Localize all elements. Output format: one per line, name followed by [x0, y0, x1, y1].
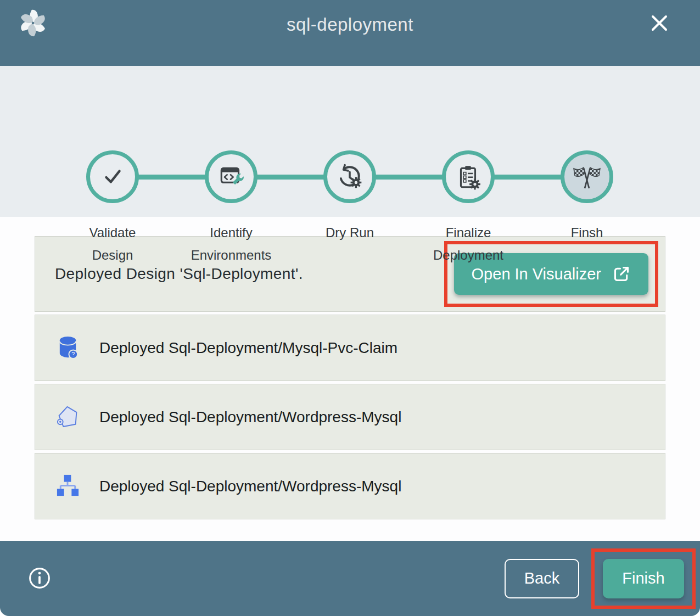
checkmark-icon: [86, 150, 139, 203]
step-label: Identify Environments: [187, 222, 275, 267]
annotation-box-finish: Finish: [591, 548, 696, 609]
step-validate-design: Validate Design: [53, 150, 172, 267]
finish-flags-icon: [561, 150, 613, 203]
modal-title: sql-deployment: [0, 14, 700, 35]
checklist-gear-icon: [442, 150, 495, 203]
step-finish: Finsh: [528, 150, 646, 267]
result-row-pvc: ? Deployed Sql-Deployment/Mysql-Pvc-Clai…: [35, 315, 665, 381]
result-text: Deployed Sql-Deployment/Mysql-Pvc-Claim: [99, 339, 397, 357]
step-dry-run: Dry Run: [290, 150, 409, 267]
step-label: Dry Run: [326, 222, 374, 244]
close-icon[interactable]: [647, 12, 671, 36]
step-identify-environments: Identify Environments: [172, 150, 290, 267]
finish-button[interactable]: Finish: [603, 559, 684, 598]
history-gear-icon: [323, 150, 376, 203]
info-icon[interactable]: [27, 567, 52, 591]
step-label: Finalize Deployment: [424, 222, 512, 267]
step-finalize-deployment: Finalize Deployment: [409, 150, 528, 267]
step-label: Finsh: [571, 222, 603, 244]
pentagon-icon: [55, 404, 81, 430]
external-link-icon: [612, 265, 631, 283]
open-in-visualizer-label: Open In Visualizer: [472, 265, 601, 283]
back-button[interactable]: Back: [505, 559, 579, 598]
step-label: Validate Design: [69, 222, 156, 267]
deployment-modal: sql-deployment Validate Design: [0, 0, 700, 616]
result-row-mysql: Deployed Sql-Deployment/Wordpress-Mysql: [35, 453, 665, 519]
stepper: Validate Design Identify Environments: [0, 66, 700, 217]
modal-header: sql-deployment: [0, 0, 700, 66]
svg-text:?: ?: [71, 351, 75, 357]
code-wrench-icon: [205, 150, 257, 203]
deploy-message: Deployed Design 'Sql-Deployment'.: [55, 265, 303, 283]
result-text: Deployed Sql-Deployment/Wordpress-Mysql: [99, 408, 401, 426]
result-text: Deployed Sql-Deployment/Wordpress-Mysql: [99, 478, 401, 495]
database-icon: ?: [55, 335, 81, 361]
result-row-wordpress: Deployed Sql-Deployment/Wordpress-Mysql: [35, 384, 665, 450]
modal-footer: Back Finish: [0, 541, 700, 616]
hierarchy-icon: [55, 473, 81, 499]
